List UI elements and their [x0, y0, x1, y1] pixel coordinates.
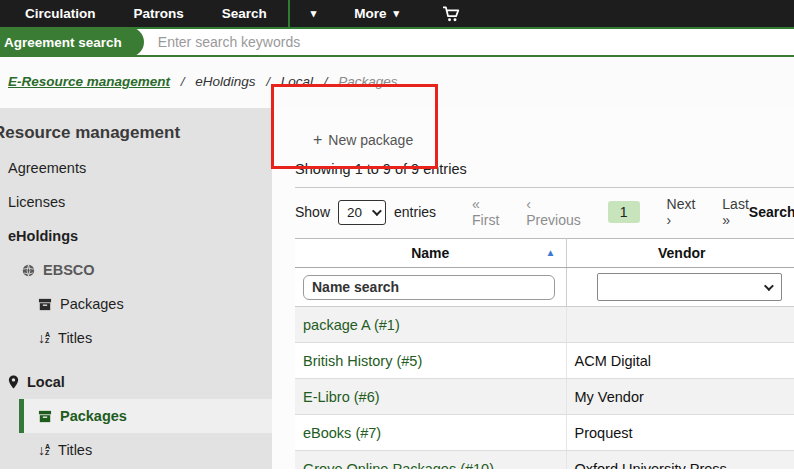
vendor-cell: Proquest	[566, 415, 794, 451]
page-size-select[interactable]: 20	[338, 200, 386, 225]
breadcrumb-separator: /	[266, 74, 270, 89]
table-search-control: Search:	[749, 200, 794, 224]
divider	[295, 187, 794, 188]
sidebar-item-label: eHoldings	[8, 228, 78, 244]
nav-patrons[interactable]: Patrons	[115, 0, 203, 28]
chevron-down-icon: ▾	[311, 7, 317, 20]
header-search-bar: Agreement search	[0, 29, 794, 57]
box-archive-icon	[38, 410, 52, 423]
top-navbar: Circulation Patrons Search ▾ More ▾	[0, 0, 794, 29]
package-name-cell: E-Libro (#6)	[295, 379, 566, 415]
breadcrumb-packages: Packages	[338, 74, 397, 89]
page-size-control: Show 20 entries	[295, 200, 436, 225]
package-name-cell: Grove Online Packages (#10)	[295, 451, 566, 470]
plus-icon: +	[313, 131, 322, 149]
sort-asc-icon: ▲	[546, 247, 556, 258]
packages-table: Name ▲ Vendor	[295, 238, 794, 469]
cart-icon	[442, 6, 460, 22]
table-controls: Show 20 entries « First ‹ Previous 1 Nex…	[295, 197, 794, 227]
chevron-down-icon: ▾	[394, 7, 400, 20]
column-header-vendor[interactable]: Vendor	[566, 239, 794, 268]
nav-more[interactable]: More ▾	[335, 0, 418, 28]
agreement-search-tab[interactable]: Agreement search	[0, 27, 144, 57]
sidebar-item-agreements[interactable]: Agreements	[0, 151, 272, 185]
sidebar-item-label: Packages	[60, 296, 124, 312]
show-label: Show	[295, 204, 330, 220]
table-row: E-Libro (#6) My Vendor	[295, 379, 794, 415]
breadcrumb-separator: /	[324, 74, 328, 89]
name-filter-input[interactable]	[303, 275, 555, 300]
column-header-name[interactable]: Name ▲	[295, 239, 566, 268]
column-vendor-label: Vendor	[658, 245, 705, 261]
pagination-previous-button[interactable]: ‹ Previous	[526, 196, 580, 228]
chevron-down-icon	[763, 281, 773, 291]
sort-a-z-icon: ↓AZ	[38, 443, 50, 457]
nav-search[interactable]: Search	[203, 0, 286, 28]
pagination: « First ‹ Previous 1 Next › Last »	[472, 196, 749, 228]
sidebar-item-eholdings[interactable]: eHoldings	[0, 219, 272, 253]
content-area: Resource management Agreements Licenses …	[0, 108, 794, 469]
nav-dropdown-toggle[interactable]: ▾	[292, 0, 336, 28]
vendor-cell: ACM Digital	[566, 343, 794, 379]
package-link[interactable]: Grove Online Packages (#10)	[303, 461, 494, 470]
entries-label: entries	[394, 204, 436, 220]
table-row: eBooks (#7) Proquest	[295, 415, 794, 451]
keyword-search-input[interactable]	[158, 34, 658, 50]
showing-entries-text: Showing 1 to 9 of 9 entries	[295, 161, 794, 177]
name-filter-cell	[295, 268, 566, 307]
breadcrumb-local[interactable]: Local	[281, 74, 313, 89]
sidebar-item-local[interactable]: Local	[0, 365, 272, 399]
vendor-cell: My Vendor	[566, 379, 794, 415]
sidebar-item-label: Titles	[58, 330, 92, 346]
sidebar-item-licenses[interactable]: Licenses	[0, 185, 272, 219]
sidebar-item-label: Local	[27, 374, 65, 390]
erm-sidebar: Resource management Agreements Licenses …	[0, 108, 272, 469]
sidebar-heading: Resource management	[0, 123, 272, 143]
chevron-down-icon	[372, 206, 382, 216]
sidebar-item-ebsco-packages[interactable]: Packages	[0, 287, 272, 321]
package-link[interactable]: E-Libro (#6)	[303, 389, 380, 405]
breadcrumb: E-Resource management / eHoldings / Loca…	[0, 57, 794, 108]
breadcrumb-eholdings[interactable]: eHoldings	[195, 74, 255, 89]
page-size-value: 20	[347, 205, 362, 220]
pagination-last-button[interactable]: Last »	[722, 196, 748, 228]
sidebar-item-local-titles[interactable]: ↓AZ Titles	[0, 433, 272, 467]
cart-button[interactable]	[428, 0, 474, 28]
package-link[interactable]: package A (#1)	[303, 317, 400, 333]
new-package-label: New package	[328, 132, 413, 148]
table-row: British History (#5) ACM Digital	[295, 343, 794, 379]
vendor-filter-select[interactable]	[597, 273, 782, 301]
vendor-cell: Oxford University Press	[566, 451, 794, 470]
package-name-cell: package A (#1)	[295, 307, 566, 343]
sidebar-item-label: EBSCO	[43, 262, 95, 278]
table-header-row: Name ▲ Vendor	[295, 239, 794, 268]
pagination-next-button[interactable]: Next ›	[667, 196, 696, 228]
pagination-current-page[interactable]: 1	[608, 201, 640, 223]
nav-circulation[interactable]: Circulation	[6, 0, 115, 28]
package-link[interactable]: eBooks (#7)	[303, 425, 381, 441]
package-name-cell: British History (#5)	[295, 343, 566, 379]
column-name-label: Name	[411, 245, 449, 261]
sidebar-item-ebsco-titles[interactable]: ↓AZ Titles	[0, 321, 272, 355]
vendor-cell	[566, 307, 794, 343]
sidebar-item-ebsco[interactable]: EBSCO	[0, 253, 272, 287]
main-panel: + New package Showing 1 to 9 of 9 entrie…	[272, 108, 794, 469]
vendor-filter-cell	[566, 268, 794, 307]
new-package-button[interactable]: + New package	[313, 131, 413, 149]
sidebar-item-label: Licenses	[8, 194, 65, 210]
table-search-label: Search:	[749, 204, 794, 220]
globe-icon	[22, 264, 35, 277]
location-pin-icon	[8, 375, 19, 389]
breadcrumb-erm-link[interactable]: E-Resource management	[8, 74, 170, 89]
sort-a-z-icon: ↓AZ	[38, 331, 50, 345]
table-row: package A (#1)	[295, 307, 794, 343]
nav-more-label: More	[354, 6, 386, 21]
pagination-first-button[interactable]: « First	[472, 196, 499, 228]
nav-separator	[288, 0, 290, 28]
sidebar-item-local-packages[interactable]: Packages	[19, 399, 272, 433]
package-name-cell: eBooks (#7)	[295, 415, 566, 451]
sidebar-item-label: Titles	[58, 442, 92, 458]
box-archive-icon	[38, 298, 52, 311]
package-link[interactable]: British History (#5)	[303, 353, 422, 369]
table-row: Grove Online Packages (#10) Oxford Unive…	[295, 451, 794, 470]
